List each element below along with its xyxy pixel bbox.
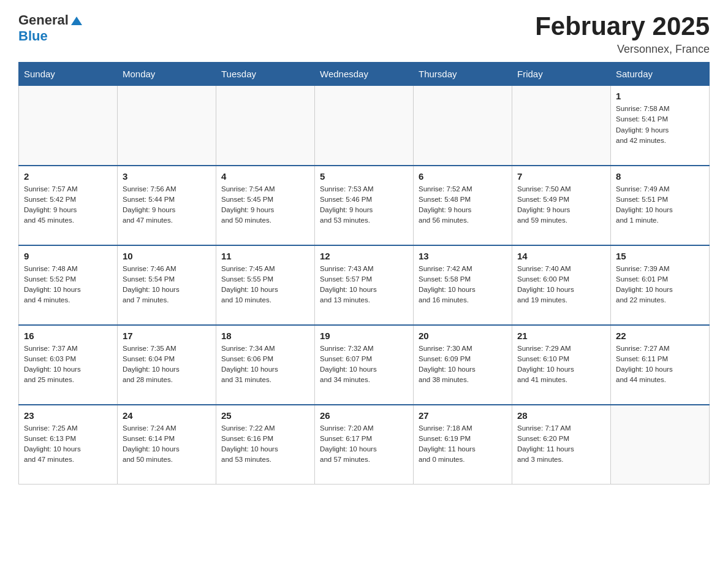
calendar-cell: 25Sunrise: 7:22 AMSunset: 6:16 PMDayligh…: [216, 405, 315, 484]
calendar-cell: 21Sunrise: 7:29 AMSunset: 6:10 PMDayligh…: [512, 325, 611, 405]
calendar-week-row: 2Sunrise: 7:57 AMSunset: 5:42 PMDaylight…: [19, 166, 710, 245]
day-number: 6: [419, 171, 507, 182]
weekday-header-sunday: Sunday: [19, 63, 118, 86]
calendar-cell: 10Sunrise: 7:46 AMSunset: 5:54 PMDayligh…: [118, 245, 216, 325]
calendar-cell: [315, 86, 414, 166]
weekday-header-thursday: Thursday: [414, 63, 512, 86]
calendar-week-row: 1Sunrise: 7:58 AMSunset: 5:41 PMDaylight…: [19, 86, 710, 166]
title-section: February 2025 Versonnex, France: [535, 12, 710, 56]
day-number: 7: [517, 171, 605, 182]
day-info: Sunrise: 7:35 AMSunset: 6:04 PMDaylight:…: [123, 343, 211, 386]
calendar-cell: 8Sunrise: 7:49 AMSunset: 5:51 PMDaylight…: [611, 166, 710, 245]
calendar-cell: 2Sunrise: 7:57 AMSunset: 5:42 PMDaylight…: [19, 166, 118, 245]
day-info: Sunrise: 7:40 AMSunset: 6:00 PMDaylight:…: [517, 264, 605, 306]
calendar-cell: 7Sunrise: 7:50 AMSunset: 5:49 PMDaylight…: [512, 166, 611, 245]
weekday-header-monday: Monday: [118, 63, 216, 86]
calendar-cell: 9Sunrise: 7:48 AMSunset: 5:52 PMDaylight…: [19, 245, 118, 325]
calendar-cell: [414, 86, 512, 166]
day-info: Sunrise: 7:22 AMSunset: 6:16 PMDaylight:…: [221, 423, 309, 465]
day-info: Sunrise: 7:25 AMSunset: 6:13 PMDaylight:…: [24, 423, 112, 465]
day-info: Sunrise: 7:37 AMSunset: 6:03 PMDaylight:…: [24, 343, 112, 386]
calendar-cell: [19, 86, 118, 166]
day-info: Sunrise: 7:29 AMSunset: 6:10 PMDaylight:…: [517, 343, 605, 386]
calendar-cell: 15Sunrise: 7:39 AMSunset: 6:01 PMDayligh…: [611, 245, 710, 325]
calendar-week-row: 16Sunrise: 7:37 AMSunset: 6:03 PMDayligh…: [19, 325, 710, 405]
location-subtitle: Versonnex, France: [535, 43, 710, 56]
day-number: 22: [616, 331, 704, 341]
calendar-cell: 18Sunrise: 7:34 AMSunset: 6:06 PMDayligh…: [216, 325, 315, 405]
day-number: 5: [320, 171, 408, 182]
day-info: Sunrise: 7:24 AMSunset: 6:14 PMDaylight:…: [123, 423, 211, 465]
day-number: 13: [419, 251, 507, 261]
calendar-cell: 1Sunrise: 7:58 AMSunset: 5:41 PMDaylight…: [611, 86, 710, 166]
calendar-cell: 23Sunrise: 7:25 AMSunset: 6:13 PMDayligh…: [19, 405, 118, 484]
calendar-cell: 20Sunrise: 7:30 AMSunset: 6:09 PMDayligh…: [414, 325, 512, 405]
calendar-cell: 26Sunrise: 7:20 AMSunset: 6:17 PMDayligh…: [315, 405, 414, 484]
day-info: Sunrise: 7:30 AMSunset: 6:09 PMDaylight:…: [419, 343, 507, 386]
day-number: 8: [616, 171, 704, 182]
day-info: Sunrise: 7:45 AMSunset: 5:55 PMDaylight:…: [221, 264, 309, 306]
day-info: Sunrise: 7:53 AMSunset: 5:46 PMDaylight:…: [320, 184, 408, 226]
calendar-cell: [118, 86, 216, 166]
logo-general-text: General: [18, 12, 69, 28]
day-info: Sunrise: 7:27 AMSunset: 6:11 PMDaylight:…: [616, 343, 704, 386]
day-info: Sunrise: 7:20 AMSunset: 6:17 PMDaylight:…: [320, 423, 408, 465]
calendar-cell: 16Sunrise: 7:37 AMSunset: 6:03 PMDayligh…: [19, 325, 118, 405]
calendar-cell: 17Sunrise: 7:35 AMSunset: 6:04 PMDayligh…: [118, 325, 216, 405]
day-number: 15: [616, 251, 704, 261]
day-info: Sunrise: 7:49 AMSunset: 5:51 PMDaylight:…: [616, 184, 704, 226]
calendar-cell: [216, 86, 315, 166]
day-number: 26: [320, 410, 408, 421]
calendar-cell: 19Sunrise: 7:32 AMSunset: 6:07 PMDayligh…: [315, 325, 414, 405]
day-info: Sunrise: 7:17 AMSunset: 6:20 PMDaylight:…: [517, 423, 605, 465]
day-number: 18: [221, 331, 309, 341]
day-info: Sunrise: 7:43 AMSunset: 5:57 PMDaylight:…: [320, 264, 408, 306]
weekday-header-wednesday: Wednesday: [315, 63, 414, 86]
day-number: 20: [419, 331, 507, 341]
day-info: Sunrise: 7:56 AMSunset: 5:44 PMDaylight:…: [123, 184, 211, 226]
day-number: 27: [419, 410, 507, 421]
day-number: 14: [517, 251, 605, 261]
day-info: Sunrise: 7:50 AMSunset: 5:49 PMDaylight:…: [517, 184, 605, 226]
calendar-cell: 6Sunrise: 7:52 AMSunset: 5:48 PMDaylight…: [414, 166, 512, 245]
calendar-cell: 22Sunrise: 7:27 AMSunset: 6:11 PMDayligh…: [611, 325, 710, 405]
day-number: 19: [320, 331, 408, 341]
day-number: 2: [24, 171, 112, 182]
day-number: 25: [221, 410, 309, 421]
day-number: 9: [24, 251, 112, 261]
weekday-header-friday: Friday: [512, 63, 611, 86]
calendar-week-row: 23Sunrise: 7:25 AMSunset: 6:13 PMDayligh…: [19, 405, 710, 484]
day-number: 23: [24, 410, 112, 421]
day-info: Sunrise: 7:48 AMSunset: 5:52 PMDaylight:…: [24, 264, 112, 306]
logo: General Blue: [18, 12, 83, 44]
page-header: General Blue February 2025 Versonnex, Fr…: [18, 12, 710, 56]
calendar-cell: 14Sunrise: 7:40 AMSunset: 6:00 PMDayligh…: [512, 245, 611, 325]
calendar-cell: 5Sunrise: 7:53 AMSunset: 5:46 PMDaylight…: [315, 166, 414, 245]
day-info: Sunrise: 7:52 AMSunset: 5:48 PMDaylight:…: [419, 184, 507, 226]
day-number: 16: [24, 331, 112, 341]
day-number: 3: [123, 171, 211, 182]
svg-marker-0: [71, 17, 82, 25]
day-number: 12: [320, 251, 408, 261]
calendar-cell: 3Sunrise: 7:56 AMSunset: 5:44 PMDaylight…: [118, 166, 216, 245]
day-info: Sunrise: 7:34 AMSunset: 6:06 PMDaylight:…: [221, 343, 309, 386]
calendar-cell: 12Sunrise: 7:43 AMSunset: 5:57 PMDayligh…: [315, 245, 414, 325]
day-number: 28: [517, 410, 605, 421]
calendar-header-row: SundayMondayTuesdayWednesdayThursdayFrid…: [19, 63, 710, 86]
day-number: 11: [221, 251, 309, 261]
month-title: February 2025: [535, 12, 710, 40]
logo-triangle-icon: [70, 14, 83, 28]
day-number: 1: [616, 91, 704, 101]
day-info: Sunrise: 7:54 AMSunset: 5:45 PMDaylight:…: [221, 184, 309, 226]
weekday-header-tuesday: Tuesday: [216, 63, 315, 86]
day-number: 4: [221, 171, 309, 182]
day-info: Sunrise: 7:46 AMSunset: 5:54 PMDaylight:…: [123, 264, 211, 306]
calendar-cell: 13Sunrise: 7:42 AMSunset: 5:58 PMDayligh…: [414, 245, 512, 325]
day-number: 10: [123, 251, 211, 261]
calendar-cell: 24Sunrise: 7:24 AMSunset: 6:14 PMDayligh…: [118, 405, 216, 484]
calendar-week-row: 9Sunrise: 7:48 AMSunset: 5:52 PMDaylight…: [19, 245, 710, 325]
day-info: Sunrise: 7:57 AMSunset: 5:42 PMDaylight:…: [24, 184, 112, 226]
day-info: Sunrise: 7:39 AMSunset: 6:01 PMDaylight:…: [616, 264, 704, 306]
day-info: Sunrise: 7:18 AMSunset: 6:19 PMDaylight:…: [419, 423, 507, 465]
day-number: 24: [123, 410, 211, 421]
